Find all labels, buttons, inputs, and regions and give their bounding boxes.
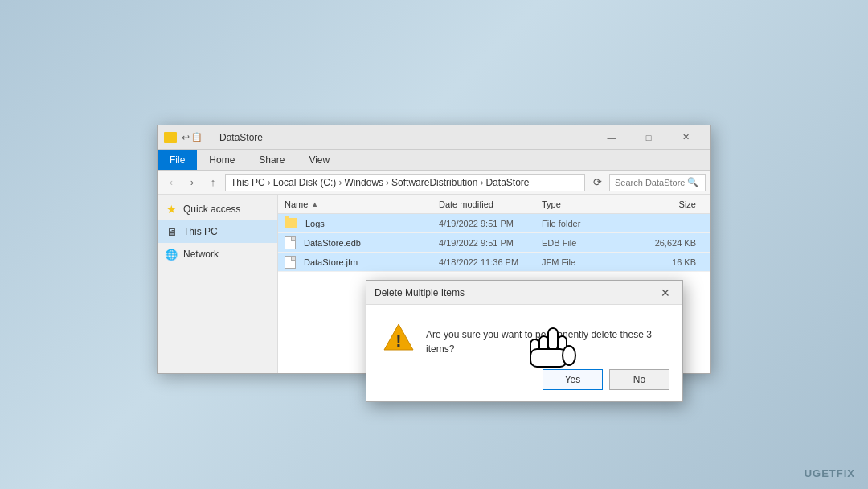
search-icon: 🔍 [687,177,698,187]
file-type: JFM File [542,257,645,267]
sidebar-label-network: Network [183,249,219,260]
search-input[interactable] [615,178,687,187]
maximize-button[interactable]: □ [630,125,667,150]
file-type: File folder [542,219,645,228]
delete-dialog: Delete Multiple Items ✕ ! Are you sure y… [366,280,683,402]
breadcrumb-datastore[interactable]: DataStore [485,177,529,188]
file-name-cell: DataStore.jfm [285,256,439,269]
col-header-name[interactable]: Name ▲ [285,199,439,209]
forward-button[interactable]: › [183,174,201,191]
network-icon: 🌐 [164,249,178,261]
undo-icon[interactable]: ↩ [182,132,190,143]
dialog-buttons: Yes No [366,369,682,401]
file-name-cell: Logs [285,218,439,228]
file-name: Logs [305,219,325,228]
address-path[interactable]: This PC › Local Disk (C:) › Windows › So… [225,174,585,191]
minimize-button[interactable]: — [593,125,630,150]
dialog-close-button[interactable]: ✕ [657,284,674,302]
star-icon: ★ [164,203,178,216]
table-row[interactable]: DataStore.jfm 4/18/2022 11:36 PM JFM Fil… [278,253,710,272]
sidebar-label-quick-access: Quick access [183,203,240,215]
pc-icon: 🖥 [164,226,178,238]
window-title: DataStore [219,132,588,143]
sort-arrow: ▲ [311,200,318,208]
file-name: DataStore.edb [304,238,361,248]
svg-text:!: ! [395,331,401,351]
file-name-cell: DataStore.edb [285,236,439,249]
col-header-type[interactable]: Type [542,199,645,209]
watermark: UGETFIX [805,467,855,479]
back-button[interactable]: ‹ [162,174,180,191]
folder-icon [285,218,297,228]
address-bar: ‹ › ↑ This PC › Local Disk (C:) › Window… [158,171,710,195]
refresh-button[interactable]: ⟳ [588,174,606,191]
window-controls: — □ ✕ [593,125,704,150]
title-bar: ↩ 📋 DataStore — □ ✕ [158,125,710,150]
sep3: › [386,177,389,188]
tab-view[interactable]: View [297,150,342,170]
sidebar-item-quick-access[interactable]: ★ Quick access [158,198,277,220]
file-type: EDB File [542,238,645,248]
dialog-titlebar: Delete Multiple Items ✕ [366,281,682,305]
col-header-date[interactable]: Date modified [439,199,542,209]
sidebar: ★ Quick access 🖥 This PC 🌐 Network [158,195,278,373]
breadcrumb-softwaredist[interactable]: SoftwareDistribution [391,177,477,188]
file-icon [285,236,296,249]
divider [211,131,211,144]
tab-home[interactable]: Home [197,150,247,170]
file-size: 26,624 KB [645,238,704,248]
close-button[interactable]: ✕ [667,125,704,150]
breadcrumb-windows[interactable]: Windows [344,177,383,188]
file-icon [285,256,296,269]
ribbon-tabs: File Home Share View [158,150,710,171]
tab-share[interactable]: Share [247,150,297,170]
file-date: 4/19/2022 9:51 PM [439,238,542,248]
col-header-size[interactable]: Size [645,199,704,209]
sep4: › [480,177,483,188]
dialog-title: Delete Multiple Items [375,287,465,298]
file-size: 16 KB [645,257,704,267]
table-row[interactable]: DataStore.edb 4/19/2022 9:51 PM EDB File… [278,233,710,253]
table-row[interactable]: Logs 4/19/2022 9:51 PM File folder [278,214,710,233]
yes-button[interactable]: Yes [542,369,603,390]
search-box[interactable]: 🔍 [609,174,706,191]
quick-access-toolbar: ↩ 📋 [182,132,203,143]
sidebar-item-this-pc[interactable]: 🖥 This PC [158,220,277,243]
breadcrumb-localdisk[interactable]: Local Disk (C:) [273,177,337,188]
warning-icon: ! [383,321,415,353]
sidebar-label-this-pc: This PC [183,226,218,237]
up-button[interactable]: ↑ [204,174,222,191]
file-name: DataStore.jfm [304,257,358,267]
dialog-message: Are you sure you want to permanently del… [426,321,666,356]
sep2: › [338,177,342,188]
tab-file[interactable]: File [158,150,197,170]
folder-icon [164,132,177,143]
dialog-body: ! Are you sure you want to permanently d… [366,305,682,369]
sidebar-item-network[interactable]: 🌐 Network [158,243,277,265]
properties-icon[interactable]: 📋 [191,132,203,142]
file-date: 4/19/2022 9:51 PM [439,219,542,228]
file-date: 4/18/2022 11:36 PM [439,257,542,267]
sep1: › [268,177,271,188]
no-button[interactable]: No [609,369,669,390]
file-list-header: Name ▲ Date modified Type Size [278,195,710,214]
breadcrumb-thispc[interactable]: This PC [231,177,265,188]
